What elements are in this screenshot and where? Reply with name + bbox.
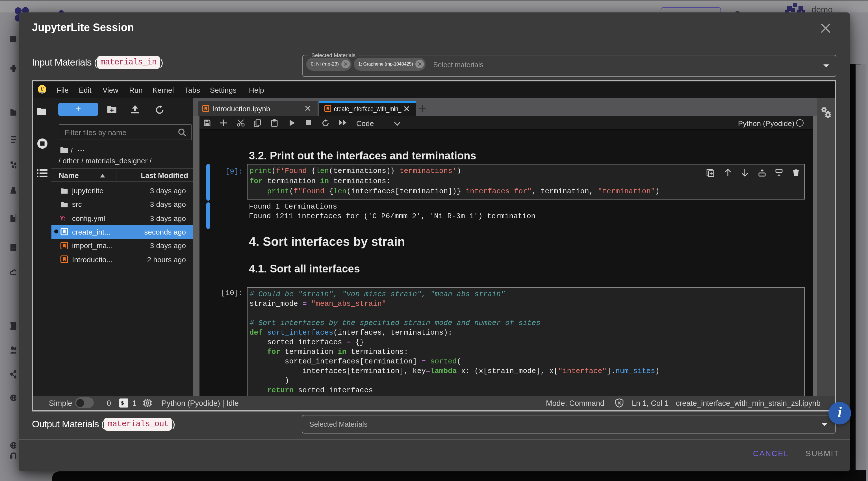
svg-text:jl: jl: [39, 86, 44, 92]
svg-text:$_: $_: [121, 400, 127, 406]
